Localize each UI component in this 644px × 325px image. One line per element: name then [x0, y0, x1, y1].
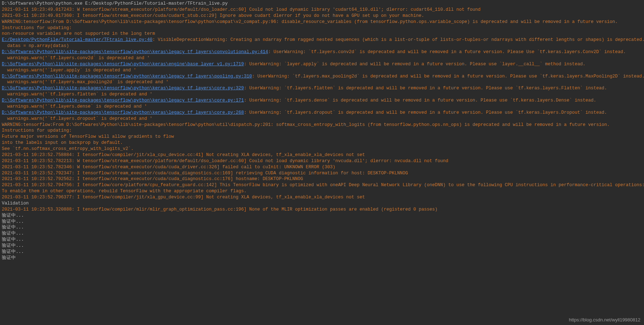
console-line: 验证中...	[2, 237, 642, 243]
file-link[interactable]: D:\Softwares\Python\lib\site-packages\te…	[2, 74, 252, 79]
file-link[interactable]: D:\Softwares\Python\lib\site-packages\te…	[2, 110, 244, 115]
console-line: Instructions for updating:	[2, 128, 642, 134]
console-line: D:\Softwares\Python\lib\site-packages\te…	[2, 74, 642, 80]
file-link[interactable]: D:\Softwares\Python\lib\site-packages\te…	[2, 86, 244, 91]
console-line: warnings.warn('`tf.layers.dense` is depr…	[2, 104, 642, 110]
console-line: E:/Desktop/PythonFile/Tutorial-master/TF…	[2, 37, 642, 43]
console-line: Future major versions of TensorFlow will…	[2, 134, 642, 140]
console-line: into the labels input on backprop by def…	[2, 140, 642, 146]
console-line: 验证中...	[2, 219, 642, 225]
console-line: 验证中...	[2, 249, 642, 255]
console-line: 2021-03-11 10:23:52.796377: I tensorflow…	[2, 194, 642, 201]
console-line: D:\Softwares\Python\lib\site-packages\te…	[2, 85, 642, 91]
file-link[interactable]: D:\Softwares\Python\lib\site-packages\te…	[2, 50, 268, 55]
console-line: WARNING:tensorflow:From D:\Softwares\Pyt…	[2, 122, 642, 128]
console-output[interactable]: D:\Softwares\Python\python.exe E:/Deskto…	[2, 1, 642, 261]
console-line: D:\Softwares\Python\python.exe E:/Deskto…	[2, 1, 642, 7]
file-link[interactable]: E:/Desktop/PythonFile/Tutorial-master/TF…	[2, 37, 152, 42]
console-line: 验证中...	[2, 243, 642, 249]
file-link[interactable]: D:\Softwares\Python\lib\site-packages\te…	[2, 62, 244, 67]
console-line: warnings.warn('`tf.layers.flatten` is de…	[2, 91, 642, 98]
console-line: D:\Softwares\Python\lib\site-packages\te…	[2, 61, 642, 67]
console-line: See `tf.nn.softmax_cross_entropy_with_lo…	[2, 146, 642, 152]
console-line: 验证中	[2, 255, 642, 261]
console-line: warnings.warn('`tf.layers.conv2d` is dep…	[2, 55, 642, 61]
console-line: Instructions for updating:	[2, 25, 642, 31]
console-line: D:\Softwares\Python\lib\site-packages\te…	[2, 98, 642, 104]
watermark-text: https://blog.csdn.net/wyll19980812	[569, 317, 640, 323]
console-line: 验证中...	[2, 213, 642, 219]
console-line: To enable them in other operations, rebu…	[2, 188, 642, 194]
console-line: warnings.warn('`tf.layers.dropout` is de…	[2, 116, 642, 122]
console-line: 2021-03-11 10:23:52.792347: I tensorflow…	[2, 170, 642, 176]
console-line: 2021-03-11 10:23:52.782346: W tensorflow…	[2, 164, 642, 170]
console-line: WARNING:tensorflow:From D:\Softwares\Pyt…	[2, 19, 642, 25]
console-line: non-resource variables are not supported…	[2, 31, 642, 37]
console-line: D:\Softwares\Python\lib\site-packages\te…	[2, 49, 642, 55]
console-line: 2021-03-11 10:23:52.782213: W tensorflow…	[2, 158, 642, 164]
console-line: 验证中...	[2, 231, 642, 237]
console-line: 2021-03-11 10:23:49.017243: W tensorflow…	[2, 7, 642, 13]
console-line: 2021-03-11 10:23:52.794756: I tensorflow…	[2, 182, 642, 188]
console-line: 2021-03-11 10:23:49.017360: I tensorflow…	[2, 13, 642, 19]
console-line: warnings.warn('`tf.layers.max_pooling2d`…	[2, 79, 642, 85]
console-line: 2021-03-11 10:23:52.792562: I tensorflow…	[2, 176, 642, 182]
console-line: datas = np.array(datas)	[2, 43, 642, 49]
file-link[interactable]: D:\Softwares\Python\lib\site-packages\te…	[2, 98, 244, 103]
console-line: 验证中...	[2, 225, 642, 231]
console-line: warnings.warn('`layer.apply` is deprecat…	[2, 67, 642, 74]
console-line: 2021-03-11 10:23:53.320888: I tensorflow…	[2, 207, 642, 213]
console-line: D:\Softwares\Python\lib\site-packages\te…	[2, 110, 642, 116]
console-line: 2021-03-11 10:23:52.758884: I tensorflow…	[2, 152, 642, 158]
console-line: Validation	[2, 201, 642, 207]
